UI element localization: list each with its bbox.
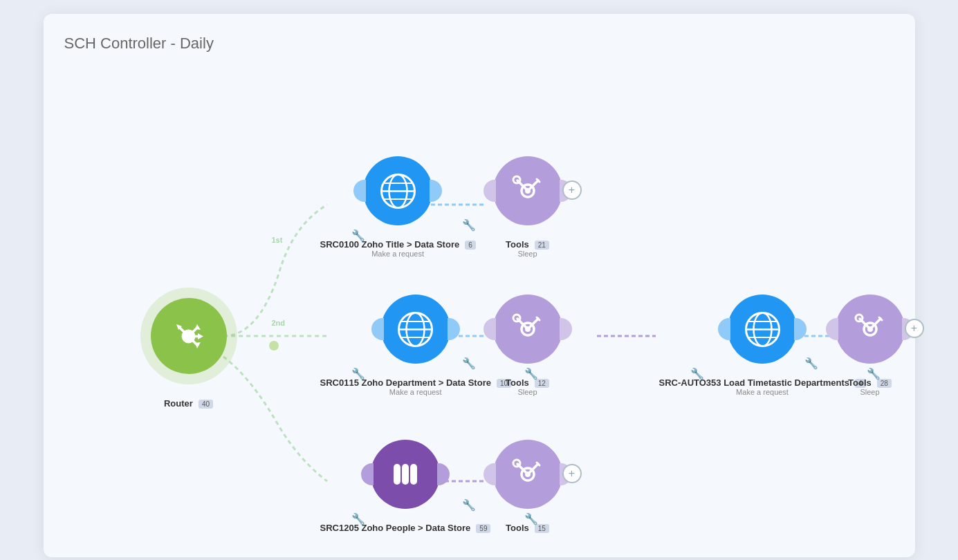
tools3-plus[interactable]: + [905,319,924,338]
route-label-2nd: 2nd [272,319,286,327]
tools1-circle [493,156,562,225]
src0100-sublabel: Make a request [371,250,424,258]
src0115-label-row: SRC0115 Zoho Department > Data Store 10 [320,371,512,388]
svg-marker-9 [198,333,203,339]
router-badge: 40 [199,400,213,409]
tools3-sublabel: Sleep [860,388,879,396]
globe-icon-src0115 [396,310,434,348]
tools1-sublabel: Sleep [517,250,537,258]
src0115-node[interactable]: SRC0115 Zoho Department > Data Store 10 … [320,295,512,396]
src0100-label: SRC0100 Zoho Title > Data Store [320,239,460,250]
svg-rect-49 [410,464,417,485]
tools4-wrench[interactable]: 🔧 [524,512,538,525]
router-node[interactable]: Router 40 [140,288,237,409]
tools3-node[interactable]: Tools 28 Sleep 🔧 + [836,295,905,396]
src0100-badge: 6 [465,241,476,250]
tools2-circle [493,295,562,364]
src1205-node[interactable]: SRC1205 Zoho People > Data Store 59 🔧 [320,440,491,533]
src-auto353-circle [728,295,797,364]
svg-rect-47 [394,464,400,485]
router-circle [151,298,227,374]
tools1-plus[interactable]: + [562,180,582,200]
src0115-sublabel: Make a request [389,388,442,396]
tools3-wrench[interactable]: 🔧 [867,367,881,380]
globe-icon-auto353 [744,310,782,348]
globe-icon-src0100 [379,172,417,210]
tools2-wrench[interactable]: 🔧 [524,367,538,380]
canvas-title: SCH Controller - Daily [64,35,894,53]
src0100-circle [363,156,432,225]
src0115-circle [381,295,450,364]
svg-marker-7 [195,324,201,330]
conn2-wrench[interactable]: 🔧 [462,357,476,370]
src0115-label: SRC0115 Zoho Department > Data Store [320,377,491,388]
router-label: Router [164,398,193,409]
router-icon [169,317,208,355]
conn1-wrench[interactable]: 🔧 [462,218,476,232]
src-auto353-label: SRC-AUTO353 Load Timetastic Departments [659,377,849,388]
tools-icon-3 [853,312,887,346]
src1205-wrench[interactable]: 🔧 [351,512,365,525]
flow-area: Router 40 1st 2nd [64,66,894,536]
src1205-badge: 59 [476,524,490,533]
tools2-node[interactable]: Tools 12 Sleep 🔧 [493,295,562,396]
src0100-node[interactable]: SRC0100 Zoho Title > Data Store 6 Make a… [320,156,476,258]
conn4-wrench[interactable]: 🔧 [462,498,476,512]
svg-rect-48 [402,464,409,485]
src-auto353-wrench[interactable]: 🔧 [690,367,704,380]
tools2-sublabel: Sleep [517,388,537,396]
src1205-label-row: SRC1205 Zoho People > Data Store 59 [320,516,491,533]
canvas: SCH Controller - Daily [44,14,915,557]
router-outer-ring [140,288,237,384]
router-label-row: Router 40 [164,391,213,409]
make-logo-icon [388,457,423,492]
tools-icon-1 [510,174,545,208]
tools-icon-4 [510,457,545,492]
route-label-1st: 1st [272,236,283,244]
tools-icon-2 [510,312,545,346]
conn3-wrench[interactable]: 🔧 [804,357,818,370]
src-auto353-sublabel: Make a request [736,388,789,396]
tools4-plus[interactable]: + [562,464,582,483]
tools1-node[interactable]: Tools 21 Sleep + [493,156,562,258]
tools4-node[interactable]: Tools 15 + 🔧 [493,440,562,533]
src0100-label-row: SRC0100 Zoho Title > Data Store 6 [320,232,476,250]
src1205-circle [371,440,440,509]
src0100-wrench[interactable]: 🔧 [351,229,365,242]
src1205-label: SRC1205 Zoho People > Data Store [320,523,471,533]
tools1-badge: 21 [535,241,549,250]
tools4-circle [493,440,562,509]
router-output-dot [269,341,279,351]
tools1-label: Tools [506,239,529,250]
tools1-label-row: Tools 21 [506,232,549,250]
tools3-circle [836,295,905,364]
src0115-wrench[interactable]: 🔧 [351,367,365,380]
